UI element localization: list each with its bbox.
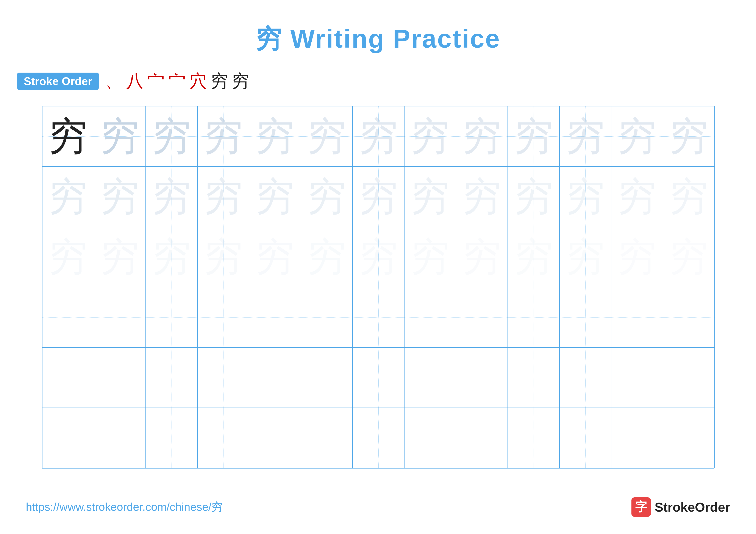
grid-cell[interactable]: [198, 347, 249, 408]
practice-grid: 穷穷穷穷穷穷穷穷穷穷穷穷穷穷穷穷穷穷穷穷穷穷穷穷穷穷穷穷穷穷穷穷穷穷穷穷穷穷穷: [42, 106, 714, 469]
footer-logo: 字 StrokeOrder: [632, 497, 730, 517]
grid-cell[interactable]: 穷: [353, 106, 404, 166]
grid-cell[interactable]: 穷: [663, 227, 715, 287]
grid-cell[interactable]: [456, 287, 508, 347]
grid-cell[interactable]: 穷: [353, 166, 404, 227]
grid-cell[interactable]: 穷: [353, 227, 404, 287]
grid-cell[interactable]: [301, 408, 353, 468]
stroke-5: 穴: [190, 69, 207, 93]
grid-cell[interactable]: [456, 347, 508, 408]
grid-cell[interactable]: [404, 287, 456, 347]
stroke-1: 、: [105, 69, 122, 93]
grid-cell[interactable]: [249, 287, 301, 347]
grid-cell[interactable]: 穷: [456, 227, 508, 287]
grid-cell[interactable]: [94, 287, 146, 347]
stroke-3: 宀: [148, 69, 165, 93]
grid-cell[interactable]: [559, 408, 611, 468]
grid-cell[interactable]: 穷: [249, 166, 301, 227]
grid-cell[interactable]: 穷: [249, 227, 301, 287]
grid-cell[interactable]: 穷: [663, 106, 715, 166]
stroke-order-row: Stroke Order 、 八 宀 宀 穴 穷 穷: [17, 69, 249, 93]
grid-cell[interactable]: 穷: [508, 106, 559, 166]
stroke-6: 穷: [211, 69, 228, 93]
grid-cell[interactable]: [301, 287, 353, 347]
grid-cell[interactable]: [611, 408, 663, 468]
grid-cell[interactable]: [353, 287, 404, 347]
grid-cell[interactable]: [508, 408, 559, 468]
grid-cell[interactable]: 穷: [611, 227, 663, 287]
grid-cell[interactable]: [456, 408, 508, 468]
grid-cell[interactable]: 穷: [611, 106, 663, 166]
grid-cell[interactable]: 穷: [42, 106, 94, 166]
logo-icon: 字: [632, 497, 651, 517]
grid-cell[interactable]: 穷: [559, 106, 611, 166]
grid-cell[interactable]: 穷: [146, 106, 198, 166]
grid-cell[interactable]: 穷: [508, 166, 559, 227]
stroke-order-badge: Stroke Order: [17, 73, 99, 90]
logo-text: StrokeOrder: [655, 500, 730, 515]
grid-cell[interactable]: [249, 408, 301, 468]
grid-cell[interactable]: [42, 287, 94, 347]
grid-cell[interactable]: [249, 347, 301, 408]
grid-cell[interactable]: [559, 347, 611, 408]
grid-cell[interactable]: [508, 287, 559, 347]
grid-cell[interactable]: [353, 408, 404, 468]
grid-cell[interactable]: [663, 287, 715, 347]
grid-cell[interactable]: 穷: [146, 227, 198, 287]
grid-cell[interactable]: 穷: [42, 227, 94, 287]
grid-cell[interactable]: [611, 347, 663, 408]
grid-cell[interactable]: [508, 347, 559, 408]
grid-cell[interactable]: 穷: [404, 227, 456, 287]
grid-cell[interactable]: [94, 408, 146, 468]
grid-cell[interactable]: 穷: [146, 166, 198, 227]
grid-cell[interactable]: 穷: [404, 166, 456, 227]
grid-cell[interactable]: 穷: [94, 166, 146, 227]
footer: https://www.strokeorder.com/chinese/穷 字 …: [0, 497, 756, 517]
grid-cell[interactable]: 穷: [94, 227, 146, 287]
grid-cell[interactable]: [663, 408, 715, 468]
grid-cell[interactable]: [146, 287, 198, 347]
stroke-2: 八: [126, 69, 144, 93]
grid-cell[interactable]: 穷: [404, 106, 456, 166]
grid-cell[interactable]: 穷: [456, 166, 508, 227]
grid-cell[interactable]: [404, 347, 456, 408]
grid-cell[interactable]: 穷: [301, 106, 353, 166]
grid-cell[interactable]: 穷: [94, 106, 146, 166]
grid-cell[interactable]: [663, 347, 715, 408]
grid-cell[interactable]: 穷: [611, 166, 663, 227]
grid-cell[interactable]: [198, 408, 249, 468]
grid-cell[interactable]: 穷: [456, 106, 508, 166]
grid-cell[interactable]: [198, 287, 249, 347]
footer-url: https://www.strokeorder.com/chinese/穷: [26, 499, 223, 515]
grid-cell[interactable]: [611, 287, 663, 347]
page: 穷 Writing Practice Stroke Order 、 八 宀 宀 …: [0, 0, 756, 534]
grid-cell[interactable]: 穷: [301, 166, 353, 227]
grid-cell[interactable]: 穷: [198, 227, 249, 287]
grid-cell[interactable]: [353, 347, 404, 408]
grid-cell[interactable]: [42, 347, 94, 408]
grid-cell[interactable]: 穷: [559, 227, 611, 287]
grid-cell[interactable]: [404, 408, 456, 468]
grid-cell[interactable]: 穷: [663, 166, 715, 227]
page-title: 穷 Writing Practice: [256, 21, 500, 57]
grid-cell[interactable]: 穷: [249, 106, 301, 166]
grid-cell[interactable]: [42, 408, 94, 468]
grid-cell[interactable]: [146, 408, 198, 468]
grid-cell[interactable]: 穷: [508, 227, 559, 287]
grid-cell[interactable]: 穷: [559, 166, 611, 227]
grid-cell[interactable]: 穷: [198, 106, 249, 166]
grid-cell[interactable]: 穷: [198, 166, 249, 227]
grid-cell[interactable]: [301, 347, 353, 408]
grid-cell[interactable]: [146, 347, 198, 408]
grid-cell[interactable]: [559, 287, 611, 347]
stroke-order-chars: 、 八 宀 宀 穴 穷 穷: [105, 69, 249, 93]
stroke-4: 宀: [169, 69, 186, 93]
grid-cell[interactable]: [94, 347, 146, 408]
stroke-7: 穷: [232, 69, 249, 93]
grid-cell[interactable]: 穷: [42, 166, 94, 227]
grid-cell[interactable]: 穷: [301, 227, 353, 287]
